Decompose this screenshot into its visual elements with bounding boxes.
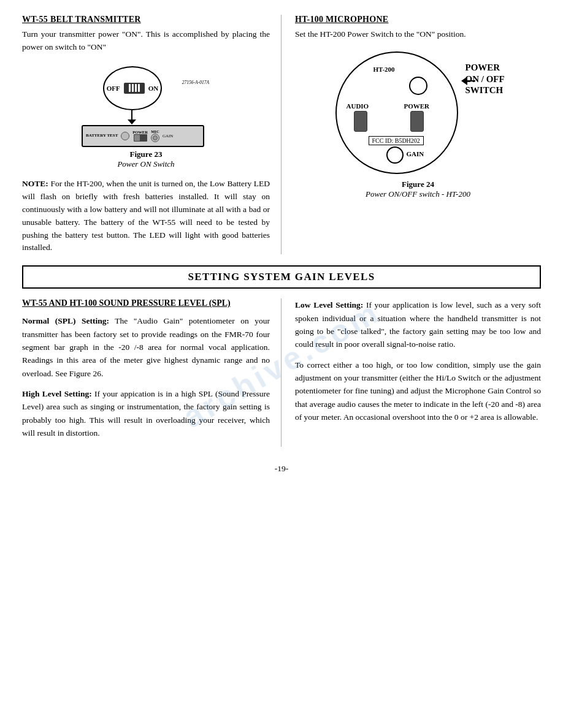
off-label: OFF (107, 85, 120, 92)
on-label: ON (148, 85, 159, 92)
right-para2: To correct either a too high, or too low… (295, 358, 541, 424)
figure23-caption: Figure 23 Power ON Switch (117, 150, 174, 169)
part-number: 27156-A-017A (182, 80, 209, 85)
switch-line-1 (129, 84, 131, 92)
right-heading: HT-100 MICROPHONE (295, 15, 541, 25)
knob1 (121, 132, 129, 140)
fig24-power-switch (410, 111, 424, 132)
right-column: HT-100 MICROPHONE Set the HT-200 Power S… (282, 15, 541, 254)
note-label: NOTE: (22, 179, 48, 188)
page-number: -19- (22, 464, 541, 474)
para2: High Level Setting: If your appication i… (22, 387, 270, 439)
switch-part (134, 135, 140, 141)
right-para1-heading: Low Level Setting: (295, 300, 363, 309)
right-intro: Set the HT-200 Power Switch to the "ON" … (295, 28, 541, 41)
fig24-top-circle (409, 77, 427, 95)
figure24-caption: Figure 24 Power ON/OFF switch - HT-200 (366, 180, 470, 199)
fig23-pointer-arrow (128, 119, 136, 124)
switch-line-2 (132, 84, 134, 92)
fig24-power: POWER (404, 102, 430, 110)
left-heading: WT-55 BELT TRANSMITTER (22, 15, 270, 25)
right-para1: Low Level Setting: If your application i… (295, 298, 541, 351)
note-text: NOTE: For the HT-200, when the unit is t… (22, 178, 270, 255)
mic-label-small: MIC (151, 129, 159, 134)
switch-line-4 (138, 84, 140, 92)
fig24-gain-circle (386, 146, 404, 164)
top-section: WT-55 BELT TRANSMITTER Turn your transmi… (22, 15, 541, 254)
power-on-off-label: POWERON / OFFSWITCH (465, 62, 505, 96)
gain-label-bottom: GAIN (163, 134, 174, 138)
figure23-container: OFF ON 27156-A-017A (22, 61, 270, 169)
fig24-gain-label: GAIN (407, 150, 424, 157)
knob-inner (153, 135, 158, 140)
note-body: For the HT-200, when the unit is turned … (22, 179, 270, 252)
bottom-left-column: WT-55 AND HT-100 SOUND PRESSURE LEVEL (S… (22, 298, 282, 447)
fig24-ht200: HT-200 (373, 66, 395, 73)
fig24-audio-switch (354, 111, 367, 132)
gain-section-box: GAIN (163, 134, 174, 138)
figure24-container: HT-200 AUDIO POWER FCC ID: B5DH202 GAIN … (295, 48, 541, 199)
gain-banner: SETTING SYSTEM GAIN LEVELS (22, 265, 541, 289)
left-intro: Turn your transmitter power "ON". This i… (22, 28, 270, 54)
fig23-switch (124, 83, 145, 94)
knob-mic (151, 134, 159, 142)
arrow-head (461, 77, 467, 85)
para1: Normal (SPL) Setting: The "Audio Gain" p… (22, 314, 270, 380)
power-section: POWER (132, 130, 148, 142)
para1-heading: Normal (SPL) Setting: (22, 316, 109, 325)
bottom-right-column: Low Level Setting: If your application i… (282, 298, 541, 447)
fig23-circle: OFF ON (103, 66, 162, 110)
power-switch-rect (134, 134, 147, 142)
para1-text: The "Audio Gain" potentiometer on your t… (22, 316, 270, 377)
power-label-small: POWER (132, 130, 148, 134)
battery-test-label: BATTERY TEST (86, 134, 118, 138)
bottom-section: WT-55 AND HT-100 SOUND PRESSURE LEVEL (S… (22, 298, 541, 447)
note-section: NOTE: For the HT-200, when the unit is t… (22, 178, 270, 255)
mic-section: MIC (151, 129, 159, 142)
fig24-fcc: FCC ID: B5DH202 (369, 136, 424, 145)
fig23-circle-content: OFF ON (107, 83, 159, 94)
fig24-audio: AUDIO (347, 102, 369, 110)
bottom-left-heading: WT-55 AND HT-100 SOUND PRESSURE LEVEL (S… (22, 298, 270, 308)
left-column: WT-55 BELT TRANSMITTER Turn your transmi… (22, 15, 282, 254)
figure23-drawing: OFF ON 27156-A-017A (82, 61, 210, 147)
para2-heading: High Level Setting: (22, 389, 92, 398)
figure24-drawing: HT-200 AUDIO POWER FCC ID: B5DH202 GAIN … (329, 48, 507, 177)
switch-line-3 (135, 84, 137, 92)
fig23-device-box: BATTERY TEST POWER MIC (82, 125, 204, 147)
